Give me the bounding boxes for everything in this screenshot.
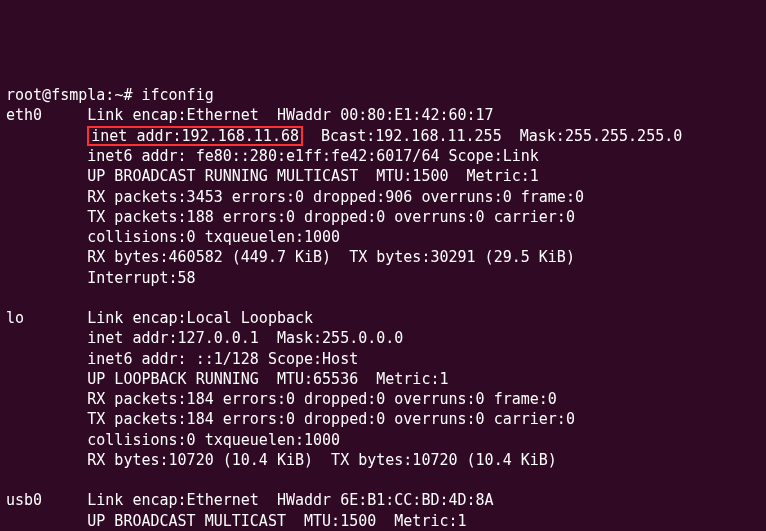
prompt-line[interactable]: root@fsmpla:~# ifconfig <box>6 86 214 104</box>
lo-line8: RX bytes:10720 (10.4 KiB) TX bytes:10720… <box>6 450 760 470</box>
prompt-user-host: root@fsmpla <box>6 86 105 104</box>
lo-line4: UP LOOPBACK RUNNING MTU:65536 Metric:1 <box>6 369 760 389</box>
eth0-line3: inet6 addr: fe80::280:e1ff:fe42:6017/64 … <box>6 146 760 166</box>
eth0-line6: TX packets:188 errors:0 dropped:0 overru… <box>6 207 760 227</box>
iface-eth0: eth0Link encap:Ethernet HWaddr 00:80:E1:… <box>6 105 760 125</box>
prompt-sep2: # <box>123 86 132 104</box>
lo-line2: inet addr:127.0.0.1 Mask:255.0.0.0 <box>6 328 760 348</box>
lo-line5: RX packets:184 errors:0 dropped:0 overru… <box>6 389 760 409</box>
lo-line6: TX packets:184 errors:0 dropped:0 overru… <box>6 409 760 429</box>
lo-line1: Link encap:Local Loopback <box>87 308 313 328</box>
eth0-line2-rest: Bcast:192.168.11.255 Mask:255.255.255.0 <box>303 127 682 145</box>
eth0-line2: inet addr:192.168.11.68 Bcast:192.168.11… <box>6 126 760 147</box>
lo-line7: collisions:0 txqueuelen:1000 <box>6 430 760 450</box>
usb0-line2: UP BROADCAST MULTICAST MTU:1500 Metric:1 <box>6 511 760 531</box>
lo-line3: inet6 addr: ::1/128 Scope:Host <box>6 349 760 369</box>
iface-name-eth0: eth0 <box>6 105 87 125</box>
eth0-line4: UP BROADCAST RUNNING MULTICAST MTU:1500 … <box>6 166 760 186</box>
eth0-line8: RX bytes:460582 (449.7 KiB) TX bytes:302… <box>6 247 760 267</box>
eth0-line9: Interrupt:58 <box>6 268 760 288</box>
inet-addr-highlight: inet addr:192.168.11.68 <box>87 126 303 147</box>
usb0-line1: Link encap:Ethernet HWaddr 6E:B1:CC:BD:4… <box>87 490 493 510</box>
iface-name-usb0: usb0 <box>6 490 87 510</box>
command-text: ifconfig <box>141 86 213 104</box>
eth0-line1: Link encap:Ethernet HWaddr 00:80:E1:42:6… <box>87 105 493 125</box>
iface-name-lo: lo <box>6 308 87 328</box>
eth0-line7: collisions:0 txqueuelen:1000 <box>6 227 760 247</box>
iface-lo: loLink encap:Local Loopback <box>6 308 760 328</box>
eth0-line5: RX packets:3453 errors:0 dropped:906 ove… <box>6 187 760 207</box>
iface-usb0: usb0Link encap:Ethernet HWaddr 6E:B1:CC:… <box>6 490 760 510</box>
